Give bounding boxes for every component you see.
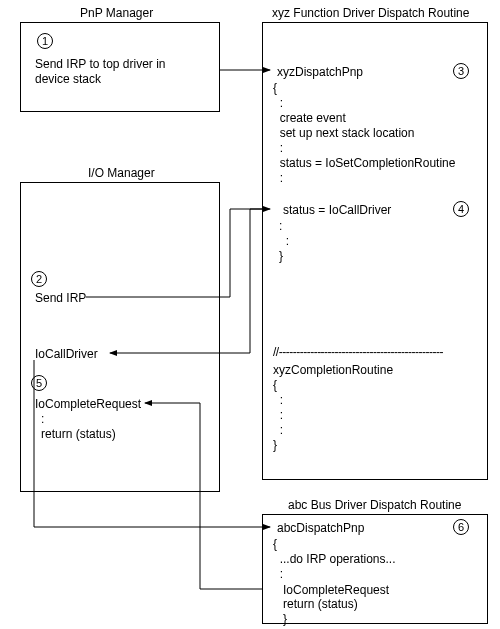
io-iocompleterequest: IoCompleteRequest: [35, 397, 141, 412]
bus-title: abc Bus Driver Dispatch Routine: [288, 498, 461, 512]
func-iocalldriver: status = IoCallDriver: [283, 203, 391, 218]
step-3-circle: 3: [453, 63, 469, 79]
func-box: xyzDispatchPnp 3 { : create event set up…: [262, 22, 488, 480]
pnp-box: 1 Send IRP to top driver in device stack: [20, 22, 220, 112]
step-5-circle: 5: [31, 375, 47, 391]
io-return: return (status): [41, 427, 116, 442]
io-send-irp: Send IRP: [35, 291, 86, 306]
step-4-circle: 4: [453, 201, 469, 217]
step-1-circle: 1: [37, 33, 53, 49]
step-6-circle: 6: [453, 519, 469, 535]
bus-fn-name: abcDispatchPnp: [277, 521, 364, 536]
pnp-text: Send IRP to top driver in device stack: [35, 57, 166, 87]
func-body2: : : }: [279, 219, 289, 264]
func-completion: xyzCompletionRoutine { : : : }: [273, 363, 393, 453]
pnp-title: PnP Manager: [80, 6, 153, 20]
io-title: I/O Manager: [88, 166, 155, 180]
func-fn-name: xyzDispatchPnp: [277, 65, 363, 80]
io-iocalldriver: IoCallDriver: [35, 347, 98, 362]
step-2-circle: 2: [31, 271, 47, 287]
func-title: xyz Function Driver Dispatch Routine: [272, 6, 469, 20]
bus-body: { ...do IRP operations... :: [273, 537, 396, 582]
bus-box: abcDispatchPnp 6 { ...do IRP operations.…: [262, 514, 488, 624]
bus-iocompleterequest: IoCompleteRequest: [283, 583, 389, 598]
func-body1: { : create event set up next stack locat…: [273, 81, 455, 186]
bus-return: return (status) }: [283, 597, 358, 627]
io-box: 2 Send IRP IoCallDriver 5 IoCompleteRequ…: [20, 182, 220, 492]
func-divider: //--------------------------------------…: [273, 345, 443, 360]
